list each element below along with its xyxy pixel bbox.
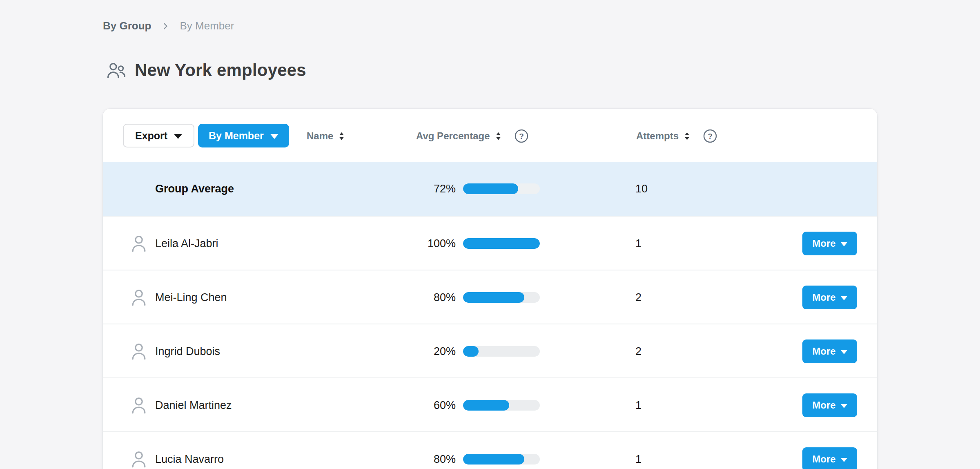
help-circle-icon[interactable]: ? xyxy=(514,129,529,143)
attempts-value: 10 xyxy=(635,162,648,216)
caret-down-icon xyxy=(841,242,847,246)
more-button-label: More xyxy=(812,346,835,357)
more-button[interactable]: More xyxy=(802,447,857,469)
sort-icon[interactable] xyxy=(338,132,345,141)
member-row: Daniel Martinez 60% 1 More xyxy=(103,377,877,431)
export-button-label: Export xyxy=(135,130,167,142)
caret-down-icon xyxy=(841,458,847,462)
breadcrumb-by-member: By Member xyxy=(180,20,234,32)
progress-bar-fill xyxy=(463,400,509,411)
progress-bar xyxy=(463,400,540,411)
member-name: Daniel Martinez xyxy=(155,378,232,432)
group-users-icon xyxy=(106,61,127,79)
attempts-value: 2 xyxy=(635,270,641,324)
svg-text:?: ? xyxy=(708,132,713,141)
progress-bar-fill xyxy=(463,346,479,357)
member-row: Leila Al-Jabri 100% 1 More xyxy=(103,216,877,270)
member-row: Lucia Navarro 80% 1 More xyxy=(103,431,877,469)
member-name: Leila Al-Jabri xyxy=(155,217,218,270)
help-circle-icon[interactable]: ? xyxy=(703,129,717,143)
group-average-row: Group Average 72% 10 xyxy=(103,162,877,216)
by-member-view-button[interactable]: By Member xyxy=(198,124,289,147)
avg-percentage-value: 100% xyxy=(385,217,456,270)
more-button-label: More xyxy=(812,453,835,465)
caret-down-icon xyxy=(270,134,278,139)
card-toolbar: Export By Member Name Avg Percentage xyxy=(103,109,877,162)
members-card: Export By Member Name Avg Percentage xyxy=(103,109,877,469)
group-average-label: Group Average xyxy=(155,162,234,216)
avg-percentage-value: 60% xyxy=(385,378,456,432)
svg-text:?: ? xyxy=(519,132,524,141)
progress-bar-fill xyxy=(463,454,524,465)
member-name: Mei-Ling Chen xyxy=(155,270,227,324)
progress-bar xyxy=(463,454,540,465)
page-title: New York employees xyxy=(135,60,306,80)
avg-percentage-value: 80% xyxy=(385,432,456,469)
breadcrumb: By Group By Member xyxy=(103,20,234,32)
chevron-right-icon xyxy=(161,22,170,31)
progress-bar-fill xyxy=(463,292,524,303)
caret-down-icon xyxy=(841,296,847,300)
column-header-name-label: Name xyxy=(307,130,333,142)
member-row: Ingrid Dubois 20% 2 More xyxy=(103,324,877,377)
member-name: Lucia Navarro xyxy=(155,432,224,469)
progress-bar xyxy=(463,183,540,194)
attempts-value: 2 xyxy=(635,324,641,378)
by-member-button-label: By Member xyxy=(209,130,264,142)
export-button[interactable]: Export xyxy=(123,124,194,147)
attempts-value: 1 xyxy=(635,217,641,270)
breadcrumb-by-group[interactable]: By Group xyxy=(103,20,151,32)
app-viewport: By Group By Member New York employees Ex… xyxy=(0,0,980,469)
progress-bar-fill xyxy=(463,238,540,249)
attempts-value: 1 xyxy=(635,378,641,432)
more-button[interactable]: More xyxy=(802,232,857,255)
progress-bar xyxy=(463,346,540,357)
avg-percentage-value: 72% xyxy=(385,162,456,216)
column-header-avg-percentage: Avg Percentage ? xyxy=(416,129,529,143)
more-button-label: More xyxy=(812,400,835,411)
person-avatar-icon xyxy=(129,288,149,309)
more-button[interactable]: More xyxy=(802,286,857,309)
member-row: Mei-Ling Chen 80% 2 More xyxy=(103,270,877,324)
avg-percentage-value: 80% xyxy=(385,270,456,324)
progress-bar-fill xyxy=(463,183,518,194)
person-avatar-icon xyxy=(129,342,149,363)
page-title-row: New York employees xyxy=(106,60,306,80)
progress-bar xyxy=(463,238,540,249)
avg-percentage-value: 20% xyxy=(385,324,456,378)
caret-down-icon xyxy=(174,134,182,139)
member-name: Ingrid Dubois xyxy=(155,324,220,378)
column-header-name: Name xyxy=(307,129,345,143)
column-header-attempts-label: Attempts xyxy=(636,130,679,142)
person-avatar-icon xyxy=(129,234,149,255)
sort-icon[interactable] xyxy=(495,132,502,141)
attempts-value: 1 xyxy=(635,432,641,469)
caret-down-icon xyxy=(841,404,847,408)
progress-bar xyxy=(463,292,540,303)
sort-icon[interactable] xyxy=(684,132,690,141)
column-header-avg-percentage-label: Avg Percentage xyxy=(416,130,490,142)
column-header-attempts: Attempts ? xyxy=(636,129,717,143)
person-avatar-icon xyxy=(129,395,149,417)
more-button[interactable]: More xyxy=(802,339,857,363)
more-button[interactable]: More xyxy=(802,393,857,417)
caret-down-icon xyxy=(841,350,847,354)
more-button-label: More xyxy=(812,292,835,303)
more-button-label: More xyxy=(812,238,835,249)
person-avatar-icon xyxy=(129,449,149,469)
